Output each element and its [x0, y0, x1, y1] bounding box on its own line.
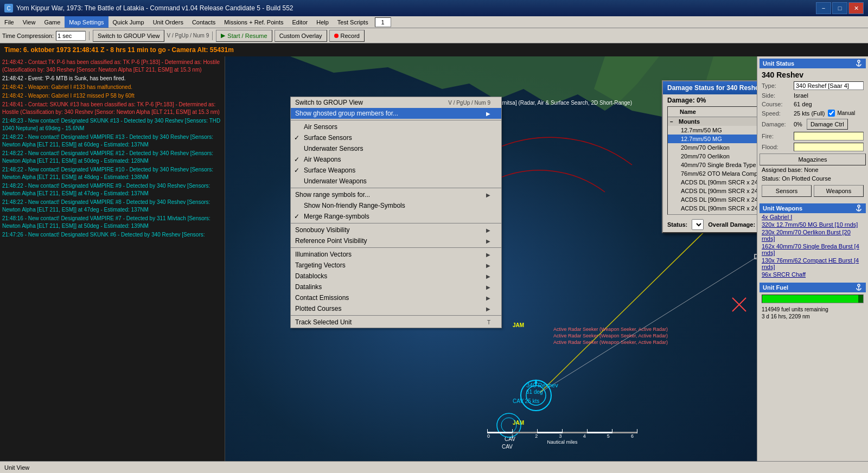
table-row[interactable]: 76mm/62 OTO Melara Compact Operational [668, 169, 757, 178]
log-entry: 21:48:42 - Contact TK P-6 has been class… [2, 59, 222, 74]
weapons-button[interactable]: Weapons [814, 185, 864, 197]
scale-bar: 0123456 Nautical miles [487, 429, 637, 445]
time-compression-input[interactable] [56, 31, 86, 41]
dropdown-item-underwater-sensors[interactable]: Underwater Sensors [291, 143, 501, 154]
sensors-button[interactable]: Sensors [762, 185, 812, 197]
flood-indicator [794, 143, 864, 151]
window-title: Yom Kippur War, 1973: The Battle of Lata… [16, 4, 293, 12]
log-entry: 21:47:26 - New contact! Designated SKUNK… [2, 231, 222, 239]
record-button[interactable]: Record [329, 30, 365, 42]
table-row[interactable]: ACDS DL [90mm SRCR x 24] Operational [668, 187, 757, 195]
table-row[interactable]: ACDS DL [90mm SRCR x 24] Operational [668, 204, 757, 213]
arrow-icon-datablocks: ▶ [486, 273, 490, 279]
log-entry: 21:48:42 - Weapon: Gabriel I #132 missed… [2, 92, 222, 100]
dropdown-item-underwater-weapons[interactable]: Underwater Weapons [291, 176, 501, 187]
weapon-link-gabriel[interactable]: 4x Gabriel I [760, 213, 866, 221]
status-plotted-course: Status: On Plotted Course [760, 174, 866, 183]
damage-ctrl-button[interactable]: Damage Ctrl [807, 119, 848, 130]
log-entry: 21:48:22 - New contact! Designated VAMPI… [2, 182, 222, 197]
dropdown-item-track-selected[interactable]: Track Selected Unit T [291, 317, 501, 328]
log-entry: 21:48:22 - New contact! Designated VAMPI… [2, 166, 222, 181]
record-icon [334, 34, 339, 38]
dropdown-item-show-non-friendly[interactable]: Show Non-friendly Range-Symbols [291, 200, 501, 211]
log-panel: 21:48:42 - Contact TK P-6 has been class… [0, 56, 225, 461]
table-row[interactable]: 40mm/70 Single Breda Type 107 Operationa… [668, 161, 757, 169]
dropdown-item-surface-weapons[interactable]: ✓ Surface Weapons [291, 165, 501, 176]
unit-name: 340 Reshev [760, 68, 866, 80]
menu-unit-orders[interactable]: Unit Orders [149, 16, 188, 28]
weapon-link-mg[interactable]: 320x 12.7mm/50 MG Burst [10 rnds] [760, 221, 866, 228]
weapon-link-76mm[interactable]: 130x 76mm/62 Compact HE Burst [4 rnds] [760, 257, 866, 271]
maximize-button[interactable]: □ [832, 2, 847, 14]
dropdown-item-show-range[interactable]: Show range symbols for... ▶ [291, 189, 501, 200]
unit-fuel-header: Unit Fuel [760, 283, 866, 292]
damage-table-wrapper[interactable]: Name Status − Mounts [667, 106, 757, 215]
unit-course-value: 61 deg [794, 101, 812, 107]
menu-view[interactable]: View [18, 16, 40, 28]
switch-group-view-button[interactable]: Switch to GROUP View [93, 30, 165, 42]
table-row[interactable]: 20mm/70 Oerlikon Operational [668, 143, 757, 152]
mounts-group-row: − Mounts [668, 117, 757, 126]
unit-damage-value: 0% [794, 121, 802, 127]
dropdown-item-contact-emissions[interactable]: Contact Emissions ▶ [291, 292, 501, 303]
dropdown-item-datablocks[interactable]: Datablocks ▶ [291, 271, 501, 282]
menu-editor[interactable]: Editor [288, 16, 312, 28]
table-row[interactable]: ACDS DL [90mm SRCR x 24] Operational [668, 178, 757, 187]
svg-point-14 [858, 205, 860, 207]
toolbar: Time Compression: Switch to GROUP View V… [0, 28, 868, 43]
dropdown-item-targeting[interactable]: Targeting Vectors ▶ [291, 260, 501, 271]
dropdown-item-air-sensors[interactable]: Air Sensors [291, 122, 501, 132]
menu-map-settings[interactable]: Map Settings [65, 16, 108, 28]
dropdown-item-plotted-courses[interactable]: Plotted Courses ▶ [291, 303, 501, 314]
map-area[interactable]: Active Radar Seeker (Weapon Seeker, Acti… [225, 56, 757, 461]
dropdown-item-air-weapons[interactable]: ✓ Air Weapons [291, 154, 501, 165]
status-select[interactable] [692, 219, 704, 230]
window-controls: − □ ✕ [816, 2, 864, 14]
dropdown-item-sonobuoy[interactable]: Sonobuoy Visibility ▶ [291, 225, 501, 235]
dropdown-item-switch-group[interactable]: Switch to GROUP View V / PgUp / Num 9 [291, 97, 501, 108]
log-entry: 21:48:22 - New contact! Designated VAMPI… [2, 199, 222, 214]
unit-side-field: Side: Israel [760, 91, 866, 100]
start-resume-button[interactable]: ▶ Start / Resume [216, 30, 272, 42]
minimize-button[interactable]: − [816, 2, 831, 14]
menu-game[interactable]: Game [40, 16, 65, 28]
log-entry: 21:48:22 - New contact! Designated VAMPI… [2, 133, 222, 149]
assigned-base: Assigned base: None [760, 165, 866, 174]
manual-checkbox[interactable] [828, 110, 835, 117]
damage-dialog: Damage Status for 340 Reshev ✕ Damage: 0… [662, 80, 757, 233]
title-bar: C Yom Kippur War, 1973: The Battle of La… [0, 0, 868, 16]
dropdown-item-illumination[interactable]: Illumination Vectors ▶ [291, 249, 501, 260]
status-label: Status: [667, 221, 687, 228]
dropdown-item-merge-range[interactable]: ✓ Merge Range-symbols [291, 211, 501, 222]
menu-file[interactable]: File [0, 16, 18, 28]
close-button[interactable]: ✕ [848, 2, 864, 14]
weapon-link-breda[interactable]: 162x 40mm/70 Single Breda Burst [4 rnds] [760, 242, 866, 257]
arrow-icon-sonobuoy: ▶ [486, 227, 490, 233]
damage-percent: Damage: 0% [663, 94, 757, 106]
menu-missions[interactable]: Missions + Ref. Points [220, 16, 288, 28]
magazines-button[interactable]: Magazines [760, 154, 866, 165]
unit-side-value: Israel [794, 92, 808, 99]
table-row[interactable]: 20mm/70 Oerlikon Operational [668, 152, 757, 161]
table-row[interactable]: 12.7mm/50 MG Operational [668, 126, 757, 135]
scenario-number[interactable]: 1 [375, 17, 391, 27]
custom-overlay-button[interactable]: Custom Overlay [275, 30, 327, 42]
dropdown-item-show-ghosted[interactable]: Show ghosted group members for... ▶ [291, 108, 501, 119]
dropdown-item-reference-point[interactable]: Reference Point Visibility ▶ [291, 235, 501, 246]
dropdown-item-datalinks[interactable]: Datalinks ▶ [291, 282, 501, 292]
menu-help[interactable]: Help [312, 16, 333, 28]
dropdown-menu: Switch to GROUP View V / PgUp / Num 9 Sh… [290, 97, 502, 328]
dropdown-item-surface-sensors[interactable]: ✓ Surface Sensors [291, 132, 501, 143]
menu-quick-jump[interactable]: Quick Jump [108, 16, 149, 28]
weapon-link-oerlikon[interactable]: 230x 20mm/70 Oerlikon Burst [20 rnds] [760, 228, 866, 242]
weapon-link-srcr[interactable]: 96x SRCR Chaff [760, 271, 866, 278]
table-row[interactable]: ACDS DL [90mm SRCR x 24] Operational [668, 195, 757, 204]
menu-contacts[interactable]: Contacts [188, 16, 220, 28]
table-row[interactable]: 12.7mm/50 MG Operational [668, 135, 757, 143]
unit-damage-field: Damage: 0% Damage Ctrl [760, 118, 866, 131]
arrow-icon-datalinks: ▶ [486, 284, 490, 290]
menu-test-scripts[interactable]: Test Scripts [333, 16, 373, 28]
fire-indicator [794, 132, 864, 140]
unit-marker-340-reshev[interactable] [520, 379, 552, 413]
unit-fire-field: Fire: [760, 131, 866, 142]
